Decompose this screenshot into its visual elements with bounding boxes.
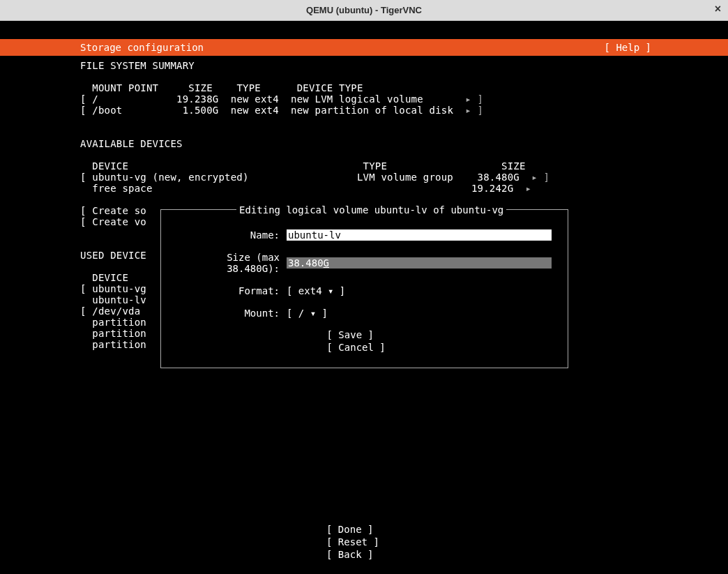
avail-row-2[interactable]: free space 19.242G ▸ [80,183,728,194]
mount-row: Mount: [ / ▾ ] [168,308,561,319]
gap [0,21,728,39]
col-devtype2: TYPE [363,160,388,172]
avail-row-1[interactable]: [ ubuntu-vg (new, encrypted) LVM volume … [80,172,728,183]
available-heading: AVAILABLE DEVICES [80,138,728,149]
fs-summary-cols: MOUNT POINT SIZE TYPE DEVICE TYPE [80,82,728,93]
col-mount: MOUNT POINT [92,82,158,93]
window-titlebar: QEMU (ubuntu) - TigerVNC × [0,0,728,21]
size-row: Size (max 38.480G): 38.480G [168,252,561,274]
spacer [80,149,728,160]
footer-buttons: [ Done ] [ Reset ] [ Back ] [0,523,728,561]
help-button[interactable]: [ Help ] [605,42,651,53]
available-cols: DEVICE TYPE SIZE [80,160,728,172]
reset-button[interactable]: [ Reset ] [326,536,402,548]
edit-lv-dialog: Editing logical volume ubuntu-lv of ubun… [160,209,568,368]
col-size: SIZE [188,82,213,93]
format-row: Format: [ ext4 ▾ ] [168,285,561,296]
col-type: TYPE [236,82,261,93]
fs-row-2[interactable]: [ /boot 1.500G new ext4 new partition of… [80,105,728,116]
close-icon[interactable]: × [715,3,721,15]
page-title: Storage configuration [80,42,204,53]
col-size2: SIZE [501,160,526,172]
window-title: QEMU (ubuntu) - TigerVNC [306,5,422,15]
size-input[interactable]: 38.480G [287,257,552,269]
format-dropdown[interactable]: [ ext4 ▾ ] [287,285,412,296]
name-label: Name: [168,229,287,241]
cancel-button[interactable]: [ Cancel ] [327,341,402,354]
col-device: DEVICE [92,160,128,172]
header-bar: Storage configuration [ Help ] [0,39,728,56]
name-input[interactable] [287,229,552,241]
mount-dropdown[interactable]: [ / ▾ ] [287,308,412,319]
name-row: Name: [168,229,561,241]
spacer [80,127,728,138]
back-button[interactable]: [ Back ] [326,548,402,561]
format-label: Format: [168,285,287,296]
spacer [80,116,728,127]
fs-summary-heading: FILE SYSTEM SUMMARY [80,60,728,71]
spacer [80,71,728,82]
dialog-buttons: [ Save ] [ Cancel ] [168,328,561,354]
done-button[interactable]: [ Done ] [326,523,402,536]
col-devtype: DEVICE TYPE [297,82,363,93]
dialog-title: Editing logical volume ubuntu-lv of ubun… [236,204,506,216]
fs-row-1[interactable]: [ / 19.238G new ext4 new LVM logical vol… [80,93,728,105]
size-label: Size (max 38.480G): [168,252,287,274]
save-button[interactable]: [ Save ] [327,328,402,341]
spacer [80,194,728,205]
mount-label: Mount: [168,308,287,319]
